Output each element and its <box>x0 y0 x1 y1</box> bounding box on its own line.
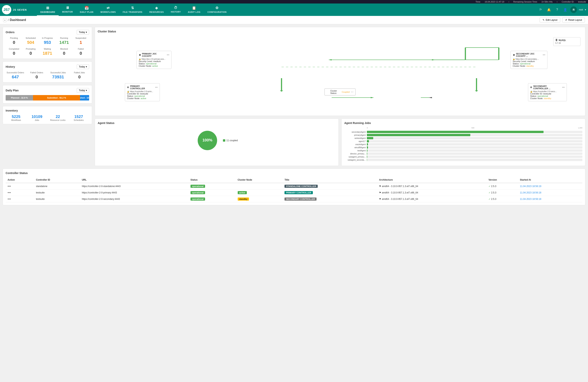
daily-plan-dropdown-icon: ▾ <box>86 89 87 92</box>
donut-area: 100% 11 coupled <box>98 127 336 154</box>
architecture-cell: ⚑ amd64 - 3.10.0-957.1.3.el7.x86_64 <box>377 190 487 196</box>
arch-icon: ⚑ <box>379 191 381 194</box>
ctrl-icon-p: ⚙ <box>127 86 129 89</box>
history-icon: ⏱ <box>174 6 178 10</box>
stat-scheduled: Scheduled 504 <box>22 37 39 45</box>
agent-bar-row: testAgent <box>344 149 582 152</box>
secondary-joc-menu[interactable]: ··· <box>543 53 545 57</box>
svg-marker-3 <box>328 59 332 60</box>
coupled-menu[interactable]: ··· <box>351 90 354 94</box>
agent-track <box>367 159 582 161</box>
nav-history[interactable]: ⏱ HISTORY <box>167 3 184 16</box>
started-at-cell: 11.04.2023 18:56:19 <box>518 183 582 190</box>
breadcrumb-bar: ‹ / Dashboard ✎ Edit Layout ↺ Reset Layo… <box>0 16 588 24</box>
orders-grid: Pending 0 Scheduled 504 In Progress 953 … <box>6 37 89 56</box>
session-value: 1h 58m 44s <box>541 0 552 3</box>
file-transfers-icon: ⇅ <box>131 6 134 10</box>
stat-waiting: Waiting 1871 <box>39 48 56 56</box>
inventory-card: Inventory 5225 Workflows 10109 Jobs 22 R… <box>3 106 92 124</box>
agent-status-card: Agent Status 100% 11 coupled <box>95 118 339 166</box>
stat-successful-jobs: Successful Jobs 73931 <box>48 71 68 79</box>
agent-bar-row: primaryAgent <box>344 134 582 136</box>
agent-label: oracleAgent <box>344 143 366 146</box>
flag-button[interactable]: 🏳 <box>538 7 544 13</box>
audit-log-icon: 📋 <box>192 6 196 10</box>
primary-joc-menu[interactable]: ··· <box>167 53 169 57</box>
stat-pending: Pending 0 <box>6 37 22 45</box>
orders-card: Orders Today ▾ Pending 0 Scheduled 504 I… <box>3 27 92 59</box>
nav-workflows[interactable]: ⇌ WORKFLOWS <box>97 3 119 16</box>
secondary-ctrl-menu[interactable]: ··· <box>562 86 565 89</box>
edit-layout-button[interactable]: ✎ Edit Layout <box>540 18 560 22</box>
agent-fill <box>367 153 367 155</box>
breadcrumb-actions: ✎ Edit Layout ↺ Reset Layout <box>540 18 585 22</box>
agent-track <box>367 131 582 133</box>
col-status: Status <box>189 177 236 183</box>
history-filter[interactable]: Today ▾ <box>77 64 89 69</box>
agent-bar-chart: secondaryAgent primaryAgent wintestAgent… <box>344 130 582 163</box>
agent-fill <box>367 134 470 136</box>
controller-id-cell: testsuite <box>34 190 80 196</box>
agent-label: primaryAgent <box>344 134 366 136</box>
agent-track <box>367 156 582 158</box>
controller-id-cell: standalone <box>34 183 80 190</box>
user-dropdown-icon[interactable]: ▾ <box>585 8 586 11</box>
version-cell: ✓ 2.5.3 <box>487 183 518 190</box>
settings-button[interactable]: 👤 <box>562 7 568 13</box>
nav-resources[interactable]: ◈ RESOURCES <box>146 3 167 16</box>
controller-status-title: Controller Status <box>6 172 28 175</box>
svg-marker-12 <box>371 97 374 98</box>
agent-label: subagent_seconda... <box>344 159 366 161</box>
agent-fill <box>367 143 368 146</box>
avatar-button[interactable]: R <box>570 6 577 13</box>
controller-status-header: Controller Status <box>6 172 582 175</box>
controller-status-card: Controller Status Action Controller ID U… <box>3 169 585 205</box>
bell-button[interactable]: 🔔 <box>546 7 552 13</box>
back-button[interactable]: ‹ <box>3 18 7 22</box>
nav-dashboard[interactable]: ⊞ DASHBOARD <box>37 3 59 16</box>
primary-ctrl-menu[interactable]: ··· <box>155 86 158 89</box>
controller-status-section: Controller Status Action Controller ID U… <box>3 169 585 205</box>
nav-history-label: HISTORY <box>171 11 181 13</box>
agent-fill <box>367 156 367 158</box>
action-cell[interactable]: ••• <box>6 196 34 202</box>
version-cell: ✓ 2.5.3 <box>487 196 518 202</box>
agent-track <box>367 149 582 152</box>
nav-daily-plan[interactable]: 📅 DAILY PLAN <box>76 3 97 16</box>
history-header: History Today ▾ <box>6 64 89 69</box>
reset-layout-button[interactable]: ↺ Reset Layout <box>562 18 585 22</box>
daily-plan-filter[interactable]: Today ▾ <box>77 88 89 93</box>
orders-filter[interactable]: Today ▾ <box>77 30 89 35</box>
controller-id-value: testsuite <box>578 0 586 3</box>
action-cell[interactable]: ••• <box>6 183 34 190</box>
agent-label: testAgent <box>344 150 366 152</box>
session-text: Remaining Session Time: <box>513 0 538 3</box>
help-button[interactable]: ? <box>554 7 560 13</box>
nav-resources-label: RESOURCES <box>149 11 164 13</box>
stat-failed-jobs: Failed Jobs 0 <box>70 71 89 79</box>
history-dropdown-icon: ▾ <box>86 65 87 68</box>
nav-monitor-label: MONITOR <box>62 11 73 13</box>
controller-table: Action Controller ID URL Status Cluster … <box>6 177 582 202</box>
action-cell[interactable]: ••• <box>6 190 34 196</box>
url-cell: https://controller-2-0-standalone:4443 <box>80 183 188 190</box>
edit-icon: ✎ <box>543 19 545 21</box>
svg-marker-14 <box>429 97 432 98</box>
agent-jobs-header: Agent Running Jobs <box>344 121 582 125</box>
breadcrumb-title: Dashboard <box>10 18 26 22</box>
orders-title: Orders <box>6 31 15 34</box>
node-primary-joc: 🖥 PRIMARY JOC COCKPIT ··· 🔒 https://joc-… <box>137 51 171 69</box>
agent-bar-row: director_primary... <box>344 153 582 155</box>
architecture-cell: ⚑ amd64 - 3.10.0-957.1.3.el7.x86_64 <box>377 196 487 202</box>
nav-audit-log[interactable]: 📋 AUDIT LOG <box>184 3 204 16</box>
nav-monitor[interactable]: 🖥 MONITOR <box>59 3 76 16</box>
nav-file-transfers[interactable]: ⇅ FILE TRANSFERS <box>119 3 146 16</box>
agent-fill <box>367 149 367 152</box>
daily-plan-title: Daily Plan <box>6 89 19 92</box>
mysql-icon: 🗄 <box>555 39 558 41</box>
agent-label: winutf8Agent <box>344 147 366 149</box>
controller-table-body: ••• standalone https://controller-2-0-st… <box>6 183 582 202</box>
agent-jobs-title: Agent Running Jobs <box>344 121 371 125</box>
nav-configuration[interactable]: ⚙ CONFIGURATION <box>204 3 230 16</box>
nav-daily-plan-label: DAILY PLAN <box>80 11 93 13</box>
